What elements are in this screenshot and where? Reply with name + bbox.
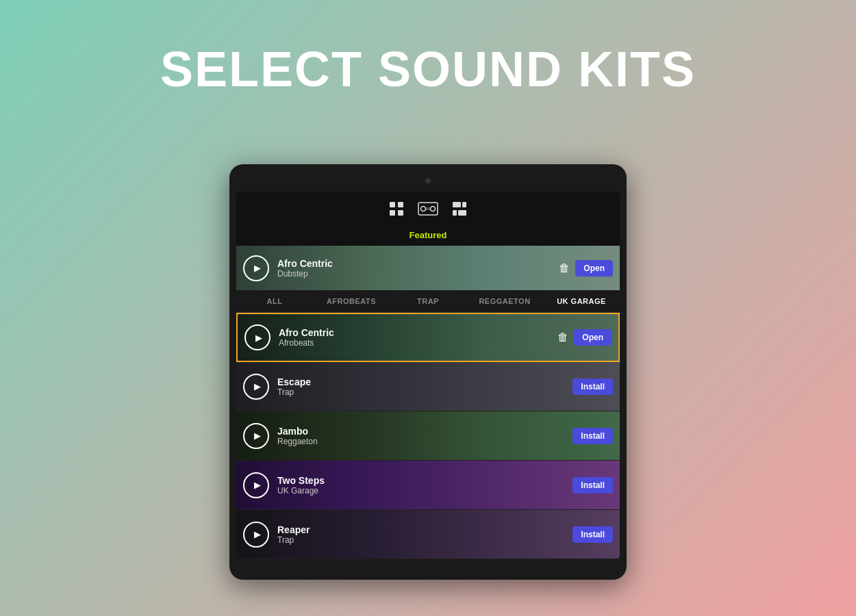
tab-all[interactable]: ALL <box>236 290 313 312</box>
svg-rect-7 <box>425 207 431 210</box>
featured-open-button[interactable]: Open <box>575 260 613 277</box>
featured-trash-icon[interactable]: 🗑 <box>559 262 570 274</box>
actions-escape: Install <box>572 378 613 395</box>
install-button-reaper[interactable]: Install <box>572 526 613 543</box>
play-button-two-steps[interactable] <box>243 472 269 498</box>
genre-two-steps: UK Garage <box>277 486 572 496</box>
svg-rect-11 <box>458 210 466 216</box>
featured-label: Featured <box>236 227 620 246</box>
info-jambo: Jambo Reggaeton <box>269 426 572 446</box>
sound-item-escape: Escape Trap Install <box>236 362 620 411</box>
play-button-afro-centric[interactable] <box>244 324 270 350</box>
info-escape: Escape Trap <box>269 376 572 397</box>
grid-icon[interactable] <box>389 201 404 220</box>
name-reaper: Reaper <box>277 524 572 535</box>
featured-item-actions: 🗑 Open <box>559 260 613 277</box>
sound-item-reaper: Reaper Trap Install <box>236 510 620 559</box>
genre-reaper: Trap <box>277 535 572 545</box>
featured-item-genre: Dubstep <box>277 269 559 279</box>
svg-rect-1 <box>398 202 403 207</box>
name-escape: Escape <box>277 376 572 387</box>
featured-item-name: Afro Centric <box>277 258 559 269</box>
sound-item-jambo: Jambo Reggaeton Install <box>236 411 620 461</box>
tab-uk-garage[interactable]: UK GARAGE <box>543 290 620 312</box>
featured-play-button[interactable] <box>243 255 269 281</box>
tape-icon[interactable] <box>418 202 438 220</box>
name-jambo: Jambo <box>277 426 572 437</box>
svg-rect-0 <box>390 202 395 207</box>
trash-icon-afro-centric[interactable]: 🗑 <box>557 331 568 344</box>
name-two-steps: Two Steps <box>277 475 572 486</box>
play-button-jambo[interactable] <box>243 423 269 449</box>
featured-item: Afro Centric Dubstep 🗑 Open <box>236 246 620 290</box>
tab-trap[interactable]: TRAP <box>390 290 466 312</box>
svg-point-5 <box>421 207 426 211</box>
install-button-two-steps[interactable]: Install <box>572 477 613 493</box>
info-afro-centric: Afro Centric Afrobeats <box>270 327 557 348</box>
tab-afrobeats[interactable]: AFROBEATS <box>313 290 390 312</box>
svg-rect-10 <box>453 210 457 216</box>
svg-rect-9 <box>462 202 466 207</box>
genre-jambo: Reggaeton <box>277 437 572 446</box>
play-button-reaper[interactable] <box>243 522 269 548</box>
info-two-steps: Two Steps UK Garage <box>269 475 572 496</box>
play-button-escape[interactable] <box>243 374 269 400</box>
sound-item-two-steps: Two Steps UK Garage Install <box>236 461 620 510</box>
icon-bar <box>236 192 620 227</box>
sound-list: Afro Centric Afrobeats 🗑 Open Escape <box>236 313 620 559</box>
genre-afro-centric: Afrobeats <box>279 338 557 348</box>
genre-escape: Trap <box>277 387 572 397</box>
actions-jambo: Install <box>572 428 613 444</box>
featured-item-info: Afro Centric Dubstep <box>269 258 559 279</box>
tab-reggaeton[interactable]: REGGAETON <box>466 290 543 312</box>
dashboard-icon[interactable] <box>452 201 467 220</box>
tablet-camera <box>425 178 431 183</box>
sound-item-afro-centric: Afro Centric Afrobeats 🗑 Open <box>236 313 620 362</box>
tablet-screen: Featured Afro Centric Dubstep 🗑 Open ALL… <box>236 192 620 559</box>
install-button-escape[interactable]: Install <box>572 378 613 395</box>
svg-rect-8 <box>453 202 461 207</box>
tablet-device: Featured Afro Centric Dubstep 🗑 Open ALL… <box>229 164 627 580</box>
actions-two-steps: Install <box>572 477 613 493</box>
open-button-afro-centric[interactable]: Open <box>574 329 612 346</box>
svg-rect-3 <box>398 210 403 216</box>
actions-reaper: Install <box>572 526 613 543</box>
install-button-jambo[interactable]: Install <box>572 428 613 444</box>
svg-point-6 <box>431 207 436 211</box>
page-title: SELECT SOUND KITS <box>0 41 856 97</box>
svg-rect-2 <box>390 210 395 216</box>
actions-afro-centric: 🗑 Open <box>557 329 612 346</box>
tabs-bar: ALL AFROBEATS TRAP REGGAETON UK GARAGE <box>236 290 620 313</box>
info-reaper: Reaper Trap <box>269 524 572 545</box>
name-afro-centric: Afro Centric <box>279 327 557 338</box>
